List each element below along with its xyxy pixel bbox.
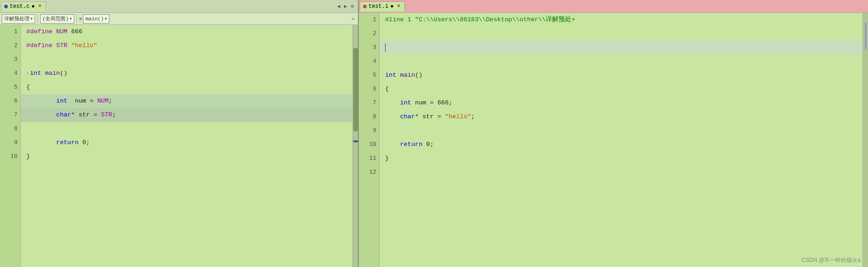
ln-2: 2 bbox=[0, 39, 18, 53]
token bbox=[396, 68, 400, 82]
code-line-1: #define NUM 666 bbox=[21, 25, 352, 39]
left-scrollbar-thumb[interactable] bbox=[353, 48, 358, 131]
ln-7: 7 bbox=[0, 108, 18, 122]
code-line-9: return 0; bbox=[21, 136, 352, 150]
token: ; bbox=[112, 108, 116, 122]
right-tab-dot: ● bbox=[390, 3, 393, 10]
right-scrollbar-thumb[interactable] bbox=[865, 22, 867, 50]
rcode-line-7: int num = 666; bbox=[380, 96, 862, 110]
toolbar-sep1 bbox=[37, 15, 38, 23]
right-line-numbers: 1 2 3 4 5 6 7 8 9 10 11 12 bbox=[359, 13, 380, 267]
token: "hello" bbox=[71, 39, 97, 53]
token: ; bbox=[108, 94, 112, 108]
function-dropdown[interactable]: main() ▼ bbox=[83, 14, 109, 24]
ln-4: 4 bbox=[0, 67, 18, 80]
token: 666 bbox=[67, 25, 82, 39]
token: char bbox=[400, 110, 415, 124]
token: () bbox=[415, 68, 422, 82]
rln-1: 1 bbox=[359, 13, 376, 27]
token bbox=[385, 138, 400, 152]
scope-label: 详解预处理 bbox=[4, 15, 30, 22]
left-tab-scroll-right[interactable]: ▶ bbox=[343, 3, 349, 9]
watermark: CSDN @不一样的烟火a bbox=[802, 256, 861, 264]
right-tab-bar: test.i ● × bbox=[359, 0, 868, 13]
rcode-line-5: int main() bbox=[380, 68, 862, 82]
rln-6: 6 bbox=[359, 82, 376, 96]
left-tab-icon bbox=[4, 5, 8, 8]
rln-5: 5 bbox=[359, 68, 376, 82]
token: () bbox=[60, 67, 67, 80]
token bbox=[26, 108, 56, 122]
token bbox=[385, 96, 400, 110]
token: #define bbox=[26, 39, 56, 53]
code-line-6: int num = NUM; bbox=[21, 94, 352, 108]
code-line-2: #define STR "hello" bbox=[21, 39, 352, 53]
left-tab-scroll-left[interactable]: ◀ bbox=[336, 3, 342, 9]
token: char bbox=[56, 108, 71, 122]
token: 0; bbox=[422, 138, 434, 152]
rcode-line-4 bbox=[380, 55, 862, 68]
token bbox=[26, 94, 56, 108]
function-label: main() bbox=[85, 16, 104, 22]
left-line-numbers: 1 2 3 4 5 6 7 8 9 10 bbox=[0, 25, 21, 267]
ide-container: test.c ● × ◀ ▶ ⚙ 详解预处理 ▼ (全局范围) ▼ ⊕ bbox=[0, 0, 868, 267]
rcode-line-3 bbox=[380, 41, 862, 55]
right-tab-close[interactable]: × bbox=[395, 3, 402, 10]
token bbox=[67, 39, 71, 53]
token: "hello" bbox=[445, 110, 471, 124]
rln-4: 4 bbox=[359, 55, 376, 68]
split-btn[interactable]: ⇔ bbox=[350, 16, 356, 22]
function-arrow: ▼ bbox=[105, 17, 107, 21]
range-dropdown[interactable]: (全局范围) ▼ bbox=[40, 14, 74, 24]
code-line-4: ▪int main() bbox=[21, 67, 352, 80]
range-label: (全局范围) bbox=[42, 15, 69, 22]
rcode-line-9 bbox=[380, 124, 862, 138]
left-scrollbar-v[interactable] bbox=[352, 25, 358, 267]
left-tab-settings[interactable]: ⚙ bbox=[349, 3, 355, 9]
left-tab-close[interactable]: × bbox=[36, 3, 43, 10]
rcode-line-1: #line 1 "C:\\Users\\86183\\Desktop\\othe… bbox=[380, 13, 862, 27]
rln-2: 2 bbox=[359, 27, 376, 41]
rcode-line-2 bbox=[380, 27, 862, 41]
right-pane: test.i ● × 1 2 3 4 5 6 7 8 9 10 11 12 bbox=[359, 0, 868, 267]
right-tab-testi[interactable]: test.i ● × bbox=[360, 1, 405, 12]
token: int bbox=[400, 96, 411, 110]
rcode-line-11: } bbox=[380, 152, 862, 165]
token: main bbox=[45, 67, 59, 80]
rcode-line-12 bbox=[380, 165, 862, 179]
right-tab-filename: test.i bbox=[369, 3, 388, 10]
left-pane: test.c ● × ◀ ▶ ⚙ 详解预处理 ▼ (全局范围) ▼ ⊕ bbox=[0, 0, 359, 267]
text-cursor bbox=[385, 43, 386, 52]
token: STR bbox=[56, 39, 67, 53]
token bbox=[385, 110, 400, 124]
ln-10: 10 bbox=[0, 150, 18, 164]
scope-dropdown[interactable]: 详解预处理 ▼ bbox=[2, 14, 35, 24]
token: * str = bbox=[71, 108, 101, 122]
token: { bbox=[26, 80, 30, 94]
left-code-area: 1 2 3 4 5 6 7 8 9 10 #define NUM 666 #de… bbox=[0, 25, 358, 267]
right-tab-icon bbox=[363, 5, 367, 8]
left-tab-bar: test.c ● × ◀ ▶ ⚙ bbox=[0, 0, 358, 13]
token: main bbox=[400, 68, 415, 82]
token: return bbox=[400, 138, 422, 152]
token: 0; bbox=[78, 136, 89, 150]
left-tab-testc[interactable]: test.c ● × bbox=[1, 1, 46, 12]
ln-8: 8 bbox=[0, 122, 18, 136]
code-line-10: } bbox=[21, 150, 352, 164]
token: return bbox=[56, 136, 79, 150]
rln-9: 9 bbox=[359, 124, 376, 138]
ln-6: 6 bbox=[0, 94, 18, 108]
token: num = bbox=[67, 94, 97, 108]
left-tab-dot: ● bbox=[31, 3, 35, 10]
right-scrollbar-v[interactable] bbox=[862, 13, 868, 267]
code-line-3 bbox=[21, 53, 352, 67]
ln-9: 9 bbox=[0, 136, 18, 150]
left-code-content[interactable]: #define NUM 666 #define STR "hello" ▪int… bbox=[21, 25, 352, 267]
code-line-8 bbox=[21, 122, 352, 136]
toolbar-right: ⇔ bbox=[350, 16, 356, 22]
token bbox=[26, 136, 56, 150]
ln-3: 3 bbox=[0, 53, 18, 67]
token: STR bbox=[101, 108, 112, 122]
token bbox=[41, 67, 45, 80]
right-code-content[interactable]: #line 1 "C:\\Users\\86183\\Desktop\\othe… bbox=[380, 13, 862, 267]
